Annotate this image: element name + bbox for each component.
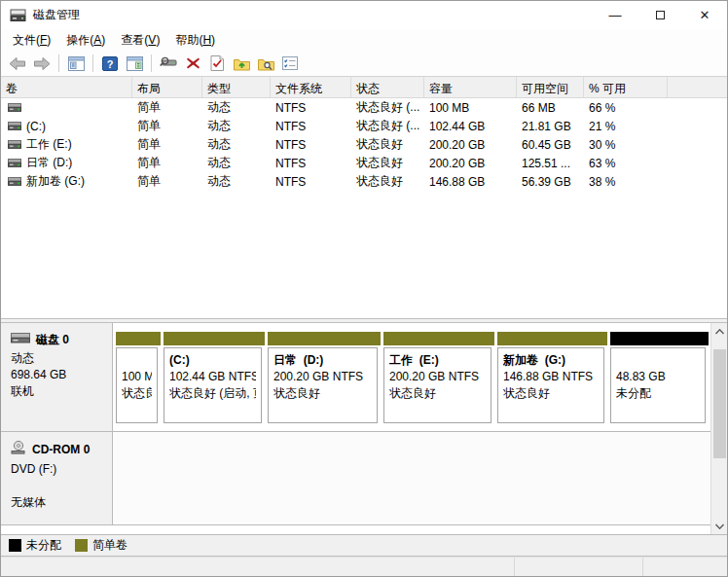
cell-name: 工作 (E:)	[1, 136, 132, 153]
partition-color-band	[116, 332, 161, 345]
disk0-type: 动态	[11, 350, 106, 367]
cell-fs: NTFS	[271, 175, 351, 189]
cell-type: 动态	[202, 118, 271, 134]
legend-swatch	[75, 539, 88, 552]
partition-block[interactable]: 工作 (E:)200.20 GB NTFS状态良好	[383, 332, 494, 423]
scroll-down-icon[interactable]	[711, 518, 727, 534]
forward-icon[interactable]	[31, 53, 53, 74]
volume-name: 新加卷 (G:)	[26, 173, 85, 190]
cdrom-media-area[interactable]	[113, 432, 710, 524]
partition-status: 状态良好	[273, 385, 372, 402]
legend-item: 未分配	[9, 537, 61, 554]
scroll-up-icon[interactable]	[711, 323, 727, 340]
volume-icon	[8, 138, 21, 152]
partition-block[interactable]: 日常 (D:)200.20 GB NTFS状态良好	[268, 332, 381, 423]
volume-icon	[8, 120, 21, 133]
rescan-disks-icon[interactable]	[158, 53, 179, 74]
title-bar: 磁盘管理 — ✕	[1, 1, 727, 29]
status-bar-section	[515, 558, 643, 576]
cell-status: 状态良好 (...	[351, 118, 424, 134]
partition-body[interactable]: 新加卷 (G:)146.88 GB NTFS状态良好	[497, 347, 604, 423]
disk0-name: 磁盘 0	[36, 332, 69, 348]
cell-free: 60.45 GB	[517, 138, 584, 152]
help-icon[interactable]: ?	[99, 53, 121, 74]
cell-capacity: 200.20 GB	[424, 138, 517, 152]
volume-list-header: 卷布局类型文件系统状态容量可用空间% 可用	[1, 77, 727, 98]
cell-free: 66 MB	[517, 101, 584, 115]
column-header[interactable]: 卷	[1, 77, 132, 97]
partition-body[interactable]: 工作 (E:)200.20 GB NTFS状态良好	[383, 347, 491, 423]
close-button[interactable]: ✕	[682, 1, 727, 29]
cell-fs: NTFS	[271, 120, 351, 133]
delete-volume-icon[interactable]	[182, 53, 203, 74]
scrollbar-thumb[interactable]	[713, 349, 726, 458]
explore-folder-icon[interactable]	[255, 53, 276, 74]
status-bar	[1, 557, 727, 576]
cell-layout: 简单	[132, 155, 202, 171]
cell-layout: 简单	[132, 118, 202, 134]
disk-management-window: 磁盘管理 — ✕ 文件(F)操作(A)查看(V)帮助(H) ? 卷布局类型文件系…	[0, 0, 728, 577]
volume-list-empty-area[interactable]	[1, 191, 727, 318]
column-header[interactable]: 状态	[351, 77, 424, 97]
partition-block[interactable]: 100 MB状态良好 (	[116, 332, 161, 423]
cdrom-name: CD-ROM 0	[32, 442, 90, 458]
table-row[interactable]: 日常 (D:)简单动态NTFS状态良好200.20 GB125.51 ...63…	[1, 154, 727, 172]
unallocated-partition[interactable]: 48.83 GB未分配	[610, 332, 709, 423]
partition-body[interactable]: 日常 (D:)200.20 GB NTFS状态良好	[268, 347, 378, 423]
partition-color-band	[268, 332, 381, 345]
partition-body[interactable]: (C:)102.44 GB NTFS状态良好 (启动, 页	[164, 347, 262, 423]
column-header[interactable]: 类型	[202, 77, 271, 97]
cell-capacity: 100 MB	[424, 101, 517, 115]
partition-body[interactable]: 48.83 GB未分配	[610, 347, 706, 423]
legend-label: 简单卷	[92, 537, 127, 554]
menu-item-v[interactable]: 查看(V)	[113, 29, 167, 52]
column-header[interactable]: % 可用	[584, 77, 668, 97]
table-row[interactable]: 工作 (E:)简单动态NTFS状态良好200.20 GB60.45 GB30 %	[1, 135, 727, 154]
column-header-empty	[668, 77, 727, 97]
graphical-view-pane: 磁盘 0 动态 698.64 GB 联机 100 MB状态良好 ((C:)102…	[1, 323, 727, 557]
cell-name: 日常 (D:)	[1, 155, 132, 171]
show-console-tree-icon[interactable]	[65, 53, 87, 74]
cell-free: 21.81 GB	[517, 120, 584, 133]
partition-block[interactable]: (C:)102.44 GB NTFS状态良好 (启动, 页	[164, 332, 265, 423]
cell-free: 56.39 GB	[517, 175, 584, 189]
table-row[interactable]: 简单动态NTFS状态良好 (...100 MB66 MB66 %	[1, 98, 727, 117]
menu-item-a[interactable]: 操作(A)	[58, 29, 113, 52]
disk0-label-panel[interactable]: 磁盘 0 动态 698.64 GB 联机	[1, 323, 113, 431]
minimize-button[interactable]: —	[593, 1, 637, 29]
volume-name: (C:)	[26, 120, 46, 133]
menu-item-h[interactable]: 帮助(H)	[167, 29, 223, 52]
graphical-view-scrollbar[interactable]	[710, 323, 727, 534]
cell-status: 状态良好	[351, 136, 424, 153]
partition-name: 日常 (D:)	[273, 352, 372, 369]
partition-body[interactable]: 100 MB状态良好 (	[116, 347, 158, 423]
volume-icon	[8, 157, 21, 170]
volume-name: 日常 (D:)	[26, 155, 72, 171]
maximize-button[interactable]	[637, 1, 682, 29]
back-icon[interactable]	[7, 53, 28, 74]
table-row[interactable]: 新加卷 (G:)简单动态NTFS状态良好146.88 GB56.39 GB38 …	[1, 172, 727, 191]
cdrom-drive-letter: DVD (F:)	[11, 461, 106, 478]
column-header[interactable]: 可用空间	[517, 77, 584, 97]
partition-color-band	[610, 332, 709, 345]
cdrom-label-panel[interactable]: CD-ROM 0 DVD (F:) 无媒体	[1, 432, 113, 524]
cell-fs: NTFS	[271, 138, 351, 152]
menu-item-f[interactable]: 文件(F)	[5, 29, 58, 52]
volume-list-pane: 卷布局类型文件系统状态容量可用空间% 可用 简单动态NTFS状态良好 (...1…	[1, 77, 727, 318]
cell-capacity: 146.88 GB	[424, 175, 517, 189]
partition-size: 200.20 GB NTFS	[389, 369, 486, 385]
svg-text:?: ?	[107, 57, 114, 69]
partition-status: 未分配	[616, 385, 700, 402]
column-header[interactable]: 布局	[132, 77, 202, 97]
properties-icon[interactable]	[279, 53, 301, 74]
partition-block[interactable]: 新加卷 (G:)146.88 GB NTFS状态良好	[497, 332, 607, 423]
column-header[interactable]: 容量	[424, 77, 517, 97]
legend-swatch	[9, 539, 21, 552]
mark-partition-icon[interactable]	[206, 53, 228, 74]
open-folder-icon[interactable]	[231, 53, 252, 74]
cell-free: 125.51 ...	[517, 157, 584, 170]
column-header[interactable]: 文件系统	[271, 77, 351, 97]
cell-pct: 63 %	[584, 157, 668, 170]
table-row[interactable]: (C:)简单动态NTFS状态良好 (...102.44 GB21.81 GB21…	[1, 117, 727, 135]
show-action-pane-icon[interactable]	[124, 53, 145, 74]
